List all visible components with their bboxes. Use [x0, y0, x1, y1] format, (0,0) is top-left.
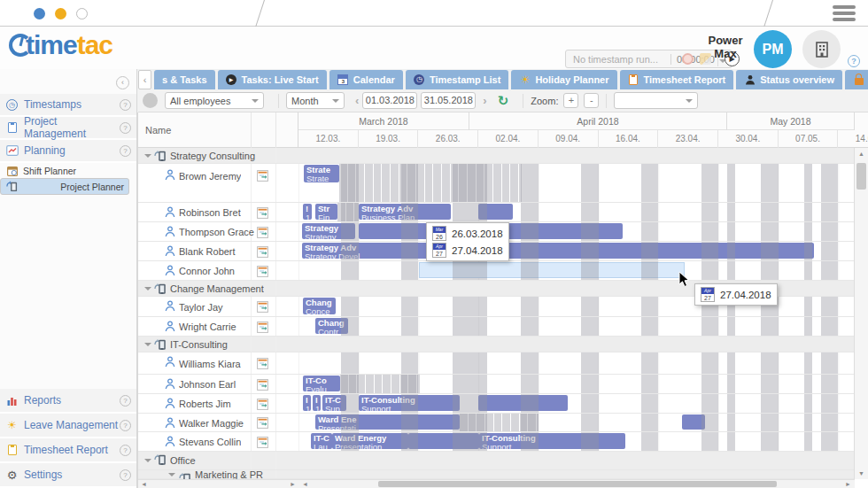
help-icon[interactable]: ? — [848, 55, 860, 67]
person-row-chart[interactable] — [298, 352, 855, 375]
tab-tasks-live-start[interactable]: ▶Tasks: Live Start — [218, 70, 327, 89]
sidebar-item-reports[interactable]: Reports? — [0, 389, 136, 414]
help-icon[interactable]: ? — [120, 445, 131, 456]
group-row-name[interactable]: IT-Consulting — [138, 337, 298, 352]
refresh-range-button[interactable]: ↻ — [498, 93, 509, 109]
group-row-name[interactable]: Marketing & PR — [138, 470, 298, 479]
tab-s-tasks[interactable]: s & Tasks — [154, 70, 215, 89]
open-planner-action-icon[interactable] — [257, 358, 268, 369]
person-row-chart[interactable]: Strategy AdvStrategy Devel — [298, 242, 855, 261]
scroll-down-arrow[interactable]: ▼ — [855, 470, 868, 476]
sidebar-item-timesheet-report[interactable]: Timesheet Report? — [0, 438, 136, 463]
open-planner-action-icon[interactable] — [257, 301, 268, 313]
tab-timesheet-report[interactable]: Timesheet Report — [620, 70, 734, 89]
window-dot-blue[interactable] — [34, 8, 45, 19]
chevron-down-icon[interactable] — [144, 287, 151, 290]
open-planner-action-icon[interactable] — [257, 379, 268, 391]
person-row-name[interactable]: Thompson Grace — [138, 222, 298, 242]
person-row-name[interactable]: Wright Carrie — [138, 317, 298, 337]
tab-status-overview[interactable]: Status overview — [736, 70, 842, 89]
zoom-in-button[interactable]: + — [563, 93, 578, 108]
prev-period-button[interactable]: ‹ — [352, 94, 362, 107]
employee-avatar-placeholder[interactable] — [143, 93, 158, 108]
person-row-chart[interactable]: StrateStrate — [298, 164, 855, 203]
open-planner-action-icon[interactable] — [257, 207, 268, 219]
person-row-name[interactable]: Roberts Jim — [138, 394, 298, 414]
group-row-name[interactable]: Office — [138, 452, 298, 470]
group-row-chart[interactable] — [298, 452, 855, 470]
sidebar-item-project-planner[interactable]: Project Planner — [0, 178, 129, 195]
tab-holiday-planner[interactable]: ☀Holiday Planner — [511, 70, 616, 89]
help-icon[interactable]: ? — [120, 99, 131, 111]
person-row-chart[interactable]: StrategyStrategy — [298, 222, 855, 242]
help-icon[interactable]: ? — [120, 420, 131, 431]
person-row-name[interactable]: Taylor Jay — [138, 297, 298, 317]
task-bar[interactable]: StrFin — [315, 204, 337, 220]
person-row-chart[interactable]: !1StrFinStrategy AdvBusiness Plan — [298, 203, 855, 222]
scroll-left-arrow[interactable]: ◄ — [141, 480, 147, 488]
open-planner-action-icon[interactable] — [257, 266, 268, 277]
open-planner-action-icon[interactable] — [257, 170, 268, 182]
employee-filter-select[interactable]: All employees — [165, 92, 264, 109]
chevron-down-icon[interactable] — [168, 473, 175, 476]
avatar[interactable]: PM — [754, 30, 792, 68]
person-row-chart[interactable]: ChangContr — [298, 317, 855, 337]
group-row-name[interactable]: Change Management — [138, 281, 298, 297]
chevron-down-icon[interactable] — [144, 459, 151, 462]
task-bar[interactable]: Strategy AdvStrategy Devel — [302, 243, 814, 259]
person-row-name[interactable]: Robinson Bret — [138, 203, 298, 222]
open-planner-action-icon[interactable] — [257, 417, 268, 429]
help-icon[interactable]: ? — [120, 395, 131, 407]
person-row-chart[interactable]: I1I1IT-CSupIT-ConsultingSupport — [298, 394, 855, 414]
person-row-name[interactable]: Connor John — [138, 261, 298, 281]
scroll-right-arrow[interactable]: ► — [290, 480, 296, 488]
task-bar[interactable]: I1 — [303, 395, 311, 411]
window-dot-yellow[interactable] — [55, 8, 66, 19]
sidebar-item-project-management[interactable]: Project Management? — [0, 117, 136, 140]
help-icon[interactable]: ? — [120, 122, 131, 134]
task-bar[interactable]: IT-CoEvalu — [303, 376, 340, 391]
person-row-name[interactable]: Blank Robert — [138, 242, 298, 261]
task-bar[interactable]: I1 — [313, 395, 321, 411]
date-from-input[interactable]: 01.03.2018 — [362, 92, 417, 109]
person-row-name[interactable]: Stevans Collin — [138, 432, 298, 452]
person-row-chart[interactable]: IT-CLauWard EnergyPresentationIT-Consult… — [298, 432, 855, 452]
stop-icon[interactable] — [682, 53, 694, 65]
task-bar[interactable]: !1 — [303, 204, 312, 220]
window-dot-white[interactable] — [76, 8, 88, 19]
open-planner-action-icon[interactable] — [257, 399, 268, 410]
person-row-chart[interactable] — [298, 261, 855, 281]
chevron-down-icon[interactable] — [144, 343, 151, 346]
person-row-name[interactable]: Johnson Earl — [138, 375, 298, 394]
next-period-button[interactable]: › — [479, 94, 490, 107]
sidebar-item-leave-management[interactable]: ☀Leave Management? — [0, 414, 136, 438]
hamburger-menu-icon[interactable] — [833, 5, 856, 24]
tab-scroll-left-button[interactable]: ‹ — [138, 70, 151, 89]
sidebar-item-settings[interactable]: ⚙Settings? — [0, 463, 136, 488]
person-row-name[interactable]: Williams Kiara — [138, 352, 298, 375]
date-to-input[interactable]: 31.05.2018 — [421, 92, 476, 109]
sidebar-collapse-button[interactable]: ‹ — [116, 76, 129, 89]
person-row-name[interactable]: Walker Maggie — [138, 414, 298, 432]
company-button[interactable] — [802, 30, 841, 68]
vertical-scrollbar[interactable]: ▲ ▼ — [854, 148, 868, 479]
open-planner-action-icon[interactable] — [257, 321, 268, 333]
task-bar[interactable]: ChangConce — [303, 298, 336, 314]
name-panel-hscrollbar[interactable]: ◄ ► — [138, 479, 298, 488]
group-row-chart[interactable] — [298, 337, 855, 352]
open-planner-action-icon[interactable] — [257, 246, 268, 258]
person-row-name[interactable]: Brown Jeremy — [138, 164, 298, 203]
group-row-name[interactable]: Strategy Consulting — [138, 148, 298, 164]
chart-scroll-thumb[interactable] — [378, 481, 777, 487]
group-row-chart[interactable] — [298, 148, 855, 164]
open-planner-action-icon[interactable] — [257, 227, 268, 238]
scroll-right-arrow[interactable]: ► — [845, 480, 851, 488]
tab-timestamp-list[interactable]: ◷Timestamp List — [406, 70, 509, 89]
person-row-chart[interactable]: Ward EnePresentati — [298, 414, 855, 432]
range-mode-select[interactable]: Month — [286, 92, 345, 109]
help-icon[interactable]: ? — [120, 145, 131, 157]
scroll-left-arrow[interactable]: ◄ — [302, 480, 308, 488]
help-icon[interactable]: ? — [120, 469, 131, 481]
task-bar[interactable]: IT-ConsultingSupport — [479, 433, 625, 449]
task-bar[interactable]: Ward EnePresentati — [315, 414, 460, 430]
